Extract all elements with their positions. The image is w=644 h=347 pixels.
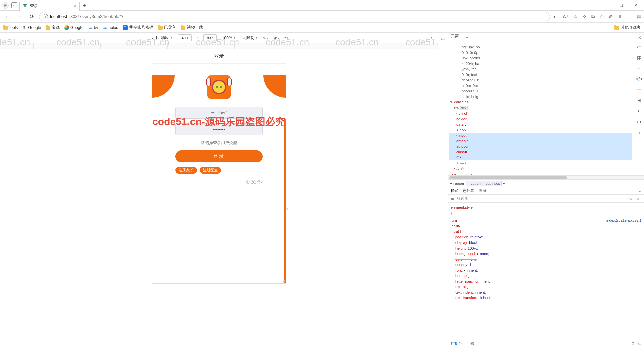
register-doctor-button[interactable]: 注册医生 [200, 167, 221, 174]
browser-viewport: 尺寸: 响应▼ × 100%▼ 无限制▼ ✎▼ ◉▼ ⟲ ▼ code51.cn… [0, 33, 438, 347]
maximize-button[interactable]: ▢ [613, 0, 629, 10]
vue-icon [22, 3, 28, 9]
responsive-select[interactable]: 响应▼ [160, 35, 173, 41]
bookmark-share[interactable]: ⚿共享账号密码 [123, 25, 153, 30]
folder-icon [3, 26, 8, 30]
tab-styles[interactable]: 样式 [451, 188, 458, 193]
favorites-bar-icon[interactable]: ✩ [600, 14, 604, 20]
page-icon: 🗎 [22, 25, 26, 30]
user-type-select[interactable]: 请选择登录用户类型 [175, 140, 263, 146]
close-tab-icon[interactable]: × [74, 3, 77, 9]
sidebar-icon[interactable]: ▤ [637, 14, 641, 20]
tab-issues[interactable]: 问题 [467, 341, 474, 346]
rotate-icon[interactable]: ⟲ [284, 36, 288, 40]
more-icon[interactable]: ⋯ [627, 14, 632, 20]
device-icon[interactable]: ▭ [637, 44, 641, 50]
bookmarks-bar: tools 🗎Google 宝藏 Google ☁by ☁uplod ⚿共享账号… [0, 23, 644, 33]
folder-icon [614, 26, 619, 30]
tab-elements[interactable]: 元素 [451, 33, 459, 41]
text-size-icon[interactable]: A⁺ [562, 14, 569, 20]
bookmark-tools[interactable]: tools [3, 25, 18, 30]
close-window-button[interactable]: ✕ [629, 0, 644, 10]
collections-icon[interactable]: ⧉ [591, 14, 595, 20]
tab-title: 登录 [30, 3, 38, 9]
home-icon[interactable]: ⌂ [638, 66, 640, 71]
site-info-icon[interactable]: i [43, 14, 48, 19]
favorite-icon[interactable]: ☆ [573, 14, 578, 20]
bookmark-baozang[interactable]: 宝藏 [46, 25, 60, 30]
layers-icon[interactable]: ▦ [637, 55, 641, 60]
network-icon[interactable]: ⊞ [637, 98, 641, 103]
styles-filter-bar: ☰ 筛选器 :hov .cls [448, 195, 644, 203]
filter-input[interactable]: 筛选器 [457, 196, 468, 201]
toolbar-more-icon[interactable]: ▼ [430, 36, 433, 39]
zoom-select[interactable]: 100%▼ [221, 36, 237, 40]
devtools-panel: ⬚ 元素 ⋯ ✕ ng: 0px; bo0, 0, 0) 0p0px; bord… [438, 33, 644, 347]
device-stage: 登录 testUser1 •••••••• 请选择登录用户类型 登录 注册 [0, 49, 438, 347]
login-button[interactable]: 登录 [175, 150, 263, 162]
devtools-more-icon[interactable]: ⋯ [464, 35, 468, 40]
cls-toggle[interactable]: .cls [636, 197, 642, 201]
styles-pane[interactable]: element.style { } index.2da1efab.css:1 .… [448, 203, 644, 340]
settings-icon[interactable]: ⚙ [637, 119, 641, 125]
url-input[interactable]: i localhost:8081/ssmy3um2/front/h5/#/ [39, 12, 550, 21]
bookmark-imported[interactable]: 已导入 [158, 25, 176, 30]
browser-tab[interactable]: 登录 × [19, 1, 80, 11]
username-input[interactable]: testUser1 [175, 107, 263, 119]
profile-icon[interactable]: ◉ [2, 2, 9, 9]
storage-icon[interactable]: ☰ [637, 87, 641, 92]
minimize-button[interactable]: ─ [598, 0, 613, 10]
console-more-icon[interactable]: ⋯ [624, 341, 628, 346]
downloads-icon[interactable]: ⇩ [618, 14, 622, 20]
reload-button[interactable]: ⟳ [27, 12, 36, 21]
console-close-icon[interactable]: ▭ [638, 341, 641, 346]
devtools-tabs: 元素 ⋯ ✕ [448, 33, 644, 42]
height-input[interactable] [203, 34, 217, 41]
tab-layout[interactable]: 布局 [479, 188, 486, 193]
console-settings-icon[interactable]: ⚙ [631, 341, 635, 346]
bookmark-upload[interactable]: ☁uplod [103, 25, 118, 30]
tab-computed[interactable]: 已计算 [463, 188, 474, 193]
forgot-password-link[interactable]: 忘记密码? [175, 180, 263, 185]
breadcrumb[interactable]: ◂ rapper input.uni-input-input ▸ [448, 179, 644, 187]
css-source-link[interactable]: index.2da1efab.css:1 [606, 218, 641, 223]
bookmark-google[interactable]: 🗎Google [22, 25, 41, 30]
throttle-select[interactable]: 无限制▼ [241, 35, 259, 41]
back-button[interactable]: ← [3, 12, 12, 21]
elements-h-scrollbar[interactable] [448, 175, 644, 179]
device-resize-bottom[interactable] [214, 281, 224, 282]
width-input[interactable] [178, 34, 192, 41]
wifi-icon[interactable]: ᯤ [637, 109, 642, 114]
workspace-icon[interactable]: ▭ [11, 2, 17, 8]
read-aloud-icon[interactable]: ᯤ [553, 14, 558, 19]
decor-corner-tl [152, 75, 175, 98]
elements-tree[interactable]: ng: 0px; bo0, 0, 0) 0p0px; border4, 204)… [448, 42, 634, 175]
shopping-icon[interactable]: ⊕ [609, 14, 613, 20]
decor-side-bar [284, 119, 286, 283]
hov-toggle[interactable]: :hov [626, 197, 633, 201]
device-resize-corner[interactable]: ◢ [282, 278, 285, 283]
bookmark-google2[interactable]: Google [64, 25, 84, 30]
add-tool-icon[interactable]: ＋ [637, 130, 642, 136]
extensions-icon[interactable]: ✧ [582, 14, 587, 20]
eye-icon[interactable]: ◉▼ [274, 36, 280, 40]
devtools-close-icon[interactable]: ✕ [638, 35, 641, 40]
bookmark-video[interactable]: 视频下载 [181, 25, 203, 30]
new-tab-button[interactable]: + [80, 1, 89, 10]
code-icon[interactable]: </> [636, 76, 642, 82]
folder-icon [181, 26, 185, 30]
bookmark-other[interactable]: 其他收藏夹 [614, 25, 641, 30]
styles-expand-icon[interactable]: ⌄ [638, 189, 641, 193]
device-toolbar: 尺寸: 响应▼ × 100%▼ 无限制▼ ✎▼ ◉▼ ⟲ ▼ [0, 33, 438, 43]
cloud-icon: ☁ [88, 25, 93, 30]
url-host: localhost [50, 14, 67, 19]
bookmark-by[interactable]: ☁by [88, 25, 98, 30]
register-parent-button[interactable]: 注册家长 [175, 167, 197, 174]
password-input[interactable]: •••••••• [175, 123, 263, 135]
folder-icon [158, 26, 163, 30]
key-icon: ⚿ [123, 25, 128, 30]
size-label: 尺寸: [150, 35, 159, 41]
tab-console[interactable]: 控制台 [451, 341, 462, 346]
eyedropper-icon[interactable]: ✎▼ [263, 36, 269, 40]
inspect-icon[interactable]: ⬚ [440, 35, 446, 41]
